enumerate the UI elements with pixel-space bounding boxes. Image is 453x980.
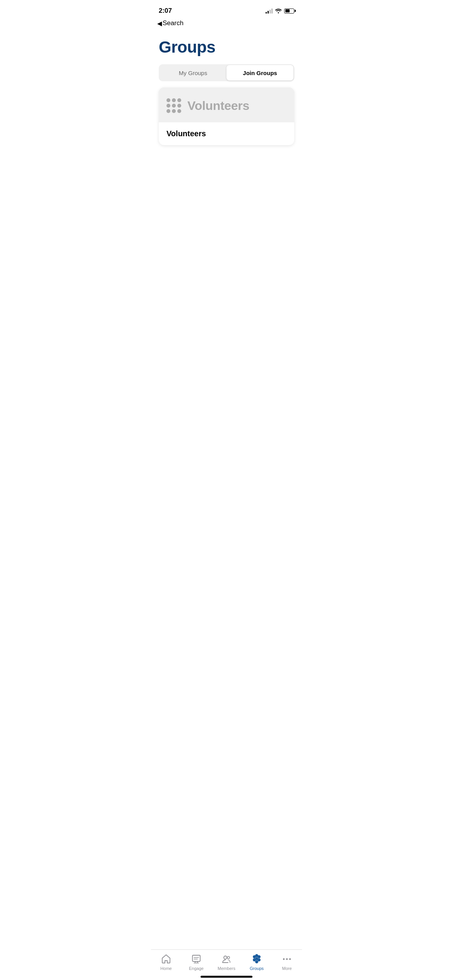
status-time: 2:07 [159, 7, 172, 15]
battery-icon [284, 9, 294, 14]
join-groups-tab[interactable]: Join Groups [226, 65, 293, 81]
wifi-icon [275, 8, 282, 14]
group-header-name: Volunteers [187, 99, 249, 113]
group-card-header: Volunteers [159, 87, 294, 122]
page-title: Groups [151, 30, 302, 63]
back-arrow-icon: ◀ [157, 20, 162, 27]
segmented-control: My Groups Join Groups [159, 64, 294, 81]
group-icon [166, 98, 181, 113]
my-groups-tab[interactable]: My Groups [160, 65, 226, 81]
status-icons [266, 8, 294, 14]
signal-icon [266, 8, 273, 14]
group-card[interactable]: Volunteers Volunteers [159, 87, 294, 145]
status-bar: 2:07 [151, 0, 302, 19]
group-body-name: Volunteers [166, 129, 206, 138]
back-label: Search [163, 19, 184, 27]
group-card-body: Volunteers [159, 122, 294, 145]
back-nav[interactable]: ◀ Search [151, 19, 302, 30]
